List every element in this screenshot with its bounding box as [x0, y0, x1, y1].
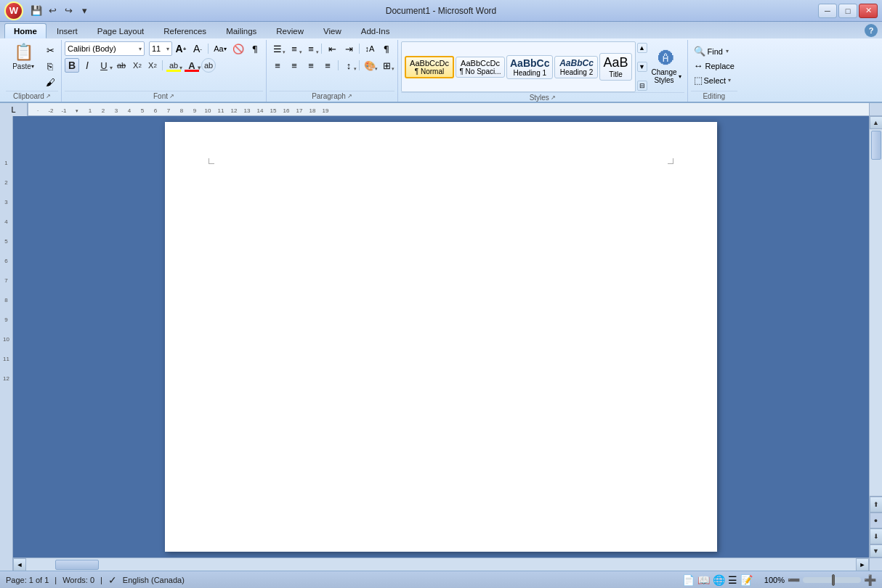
title-bar: W 💾 ↩ ↪ ▾ Document1 - Microsoft Word ─ □… — [0, 0, 882, 22]
hscroll-thumb[interactable] — [55, 560, 99, 570]
font-name-selector[interactable]: Calibri (Body) ▾ — [65, 41, 145, 56]
vertical-ruler: 1 2 3 4 5 6 7 8 9 10 11 12 — [0, 116, 13, 571]
separator1 — [208, 44, 209, 54]
tab-view[interactable]: View — [314, 23, 351, 38]
style-normal[interactable]: AaBbCcDc ¶ Normal — [405, 56, 454, 78]
italic-button[interactable]: I — [80, 58, 94, 73]
strikethrough-button[interactable]: ab — [113, 58, 129, 73]
subscript-button[interactable]: X2 — [130, 58, 145, 73]
copy-button[interactable]: ⎘ — [42, 59, 58, 73]
document-canvas[interactable] — [13, 116, 869, 558]
justify-button[interactable]: ≡ — [320, 58, 336, 73]
tab-insert[interactable]: Insert — [47, 23, 87, 38]
highlight-button[interactable]: ab ▾ — [165, 58, 182, 73]
change-styles-button[interactable]: 🅐 ChangeStyles ▾ — [649, 41, 684, 92]
scroll-down-button[interactable]: ▼ — [870, 544, 883, 558]
zoom-out-button[interactable]: ➖ — [788, 574, 800, 586]
multilevel-list-button[interactable]: ≡▾ — [303, 41, 319, 56]
bullets-button[interactable]: ☰▾ — [270, 41, 286, 56]
full-reading-button[interactable]: 📖 — [697, 574, 710, 586]
align-right-button[interactable]: ≡ — [303, 58, 319, 73]
outline-button[interactable]: ☰ — [728, 574, 737, 586]
hscroll-left-button[interactable]: ◄ — [13, 558, 26, 571]
select-browse-object-button[interactable]: ● — [870, 513, 883, 528]
style-heading1[interactable]: AaBbCc Heading 1 — [506, 55, 553, 79]
font-grow-button[interactable]: A+ — [173, 41, 189, 56]
ruler-marks: · -2 -1 ▾ 1 2 3 4 5 6 7 8 9 10 11 12 13 … — [28, 107, 332, 115]
paragraph-group-label[interactable]: Paragraph ↗ — [270, 91, 395, 100]
clipboard-group-label[interactable]: Clipboard ↗ — [6, 91, 58, 100]
paragraph-group: ☰▾ ≡▾ ≡▾ ⇤ ⇥ ↕A ¶ — [267, 40, 398, 102]
tab-page-layout[interactable]: Page Layout — [88, 23, 154, 38]
replace-button[interactable]: ↔ Replace — [691, 59, 737, 73]
sort-button[interactable]: ↕A — [362, 41, 378, 56]
decrease-indent-button[interactable]: ⇤ — [324, 41, 340, 56]
format-painter-button[interactable]: 🖌 — [42, 75, 58, 89]
scroll-track[interactable] — [870, 129, 883, 496]
document-page[interactable] — [165, 122, 717, 552]
cut-button[interactable]: ✂ — [42, 43, 58, 57]
restore-button[interactable]: □ — [838, 4, 857, 18]
clear-formatting-button[interactable]: 🚫 — [230, 41, 246, 56]
web-layout-button[interactable]: 🌐 — [713, 574, 725, 586]
styles-scroll-down[interactable]: ▼ — [637, 62, 647, 72]
scroll-up-button[interactable]: ▲ — [870, 116, 883, 129]
style-nospace[interactable]: AaBbCcDc ¶ No Spaci... — [456, 57, 505, 78]
font-group-label[interactable]: Font ↗ — [65, 91, 263, 100]
draft-button[interactable]: 📝 — [740, 574, 753, 586]
styles-expand-button[interactable]: ⊟ — [637, 81, 647, 91]
align-center-button[interactable]: ≡ — [286, 58, 302, 73]
zoom-in-button[interactable]: ➕ — [864, 574, 876, 586]
styles-group-label[interactable]: Styles ↗ — [401, 92, 684, 102]
scroll-page-up-button[interactable]: ⬆ — [870, 497, 883, 513]
show-hide-button[interactable]: ¶ — [247, 41, 263, 56]
minimize-button[interactable]: ─ — [818, 4, 837, 18]
tab-review[interactable]: Review — [267, 23, 313, 38]
language-label[interactable]: English (Canada) — [123, 576, 185, 584]
zoom-slider[interactable] — [803, 577, 861, 583]
status-right: 📄 📖 🌐 ☰ 📝 100% ➖ ➕ — [682, 574, 876, 586]
scroll-page-down-button[interactable]: ⬇ — [870, 528, 883, 544]
ribbon-help-button[interactable]: ? — [865, 24, 878, 37]
office-button[interactable]: W — [4, 1, 23, 20]
find-button[interactable]: 🔍 Find ▾ — [691, 44, 732, 58]
font-size-selector[interactable]: 11 ▾ — [149, 41, 172, 56]
hscroll-track[interactable] — [26, 558, 856, 571]
paste-button[interactable]: 📋 Paste ▾ — [6, 41, 41, 72]
tab-home[interactable]: Home — [4, 23, 46, 38]
select-icon: ⬚ — [694, 75, 703, 86]
tab-mailings[interactable]: Mailings — [217, 23, 266, 38]
scroll-thumb[interactable] — [871, 131, 881, 160]
style-title[interactable]: AaB Title — [599, 53, 631, 81]
font-shrink-button[interactable]: A- — [190, 41, 206, 56]
close-button[interactable]: ✕ — [859, 4, 878, 18]
align-left-button[interactable]: ≡ — [270, 58, 286, 73]
select-button[interactable]: ⬚ Select ▾ — [691, 73, 735, 87]
font-color-button[interactable]: A ▾ — [183, 58, 201, 73]
hscroll-right-button[interactable]: ► — [856, 558, 869, 571]
tab-add-ins[interactable]: Add-Ins — [352, 23, 400, 38]
show-formatting-button[interactable]: ¶ — [379, 41, 395, 56]
font-effects-button[interactable]: ab — [201, 58, 216, 73]
style-heading2[interactable]: AaBbCc Heading 2 — [554, 56, 598, 78]
shading-button[interactable]: 🎨▾ — [362, 58, 378, 73]
tab-references[interactable]: References — [154, 23, 216, 38]
styles-scroll-up[interactable]: ▲ — [637, 43, 647, 53]
bold-button[interactable]: B — [65, 58, 79, 73]
borders-button[interactable]: ⊞▾ — [379, 58, 395, 73]
redo-button[interactable]: ↪ — [61, 4, 76, 18]
spell-check-icon[interactable]: ✓ — [108, 574, 117, 586]
superscript-button[interactable]: X2 — [145, 58, 160, 73]
underline-button[interactable]: U ▾ — [95, 58, 113, 73]
line-spacing-button[interactable]: ↕▾ — [341, 58, 357, 73]
print-layout-button[interactable]: 📄 — [682, 574, 695, 586]
ruler-corner[interactable]: L — [0, 103, 28, 116]
quick-access-dropdown[interactable]: ▾ — [77, 4, 92, 18]
numbering-button[interactable]: ≡▾ — [286, 41, 302, 56]
change-case-button[interactable]: Aa▾ — [211, 41, 230, 56]
zoom-slider-thumb[interactable] — [832, 574, 835, 586]
undo-button[interactable]: ↩ — [45, 4, 60, 18]
increase-indent-button[interactable]: ⇥ — [341, 41, 357, 56]
style-normal-preview: AaBbCcDc — [409, 59, 450, 68]
save-button[interactable]: 💾 — [29, 4, 44, 18]
